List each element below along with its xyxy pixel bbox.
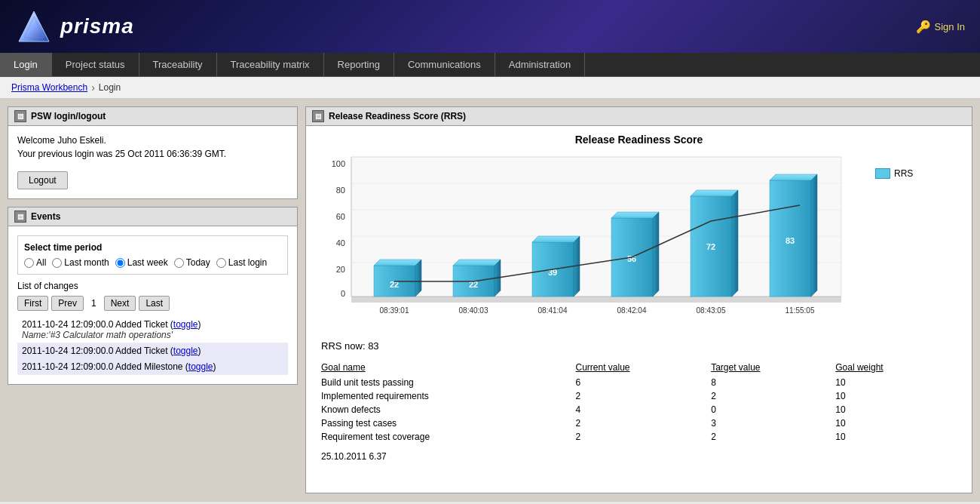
svg-text:08:39:01: 08:39:01 (380, 306, 409, 315)
svg-marker-22 (453, 260, 501, 266)
event-text-1: 2011-10-24 12:09:00.0 Added Ticket (togg… (22, 319, 201, 330)
login-panel-body: Welcome Juho Eskeli. Your previous login… (8, 126, 297, 198)
goal-name-3: Known defects (321, 403, 575, 416)
login-panel-header: ▤ PSW login/logout (8, 107, 297, 126)
radio-all[interactable]: All (24, 257, 46, 268)
rrs-panel: ▤ Release Readiness Score (RRS) Release … (305, 106, 972, 493)
svg-text:0: 0 (341, 289, 345, 298)
nav-item-reporting[interactable]: Reporting (324, 53, 394, 76)
svg-marker-38 (770, 174, 817, 180)
signin-label: Sign In (935, 21, 965, 32)
breadcrumb-separator: › (91, 81, 95, 94)
radio-input-last-month[interactable] (52, 258, 62, 268)
page-prev-button[interactable]: Prev (51, 296, 84, 311)
goal-row-5: Requirement test coverage 2 2 10 (321, 430, 957, 444)
goal-current-5: 2 (575, 430, 711, 444)
event-row-3: 2011-10-24 12:09:00.0 Added Milestone (t… (17, 359, 288, 375)
logout-button[interactable]: Logout (17, 171, 68, 189)
svg-marker-19 (415, 260, 421, 297)
goals-header-current: Current value (575, 361, 711, 376)
list-changes-label: List of changes (17, 281, 288, 291)
goal-target-5: 2 (711, 430, 835, 444)
goal-target-2: 2 (711, 389, 835, 403)
logo-icon (15, 8, 53, 45)
goal-weight-3: 10 (835, 403, 957, 416)
goal-target-1: 8 (711, 376, 835, 389)
goals-header-weight: Goal weight (835, 361, 957, 376)
nav-item-administration[interactable]: Administration (495, 53, 585, 76)
radio-today[interactable]: Today (174, 257, 210, 268)
header: prisma 🔑 Sign In (0, 0, 980, 53)
goal-name-5: Requirement test coverage (321, 430, 575, 444)
goal-current-3: 4 (575, 403, 711, 416)
goals-header-target: Target value (711, 361, 835, 376)
toggle-link-1[interactable]: toggle (173, 319, 198, 330)
time-period-title: Select time period (24, 242, 281, 253)
events-panel-title: Events (31, 211, 60, 222)
event-name-1: Name:'#3 Calculator math operations' (22, 330, 173, 340)
legend-label: RRS (894, 168, 913, 179)
svg-text:20: 20 (336, 265, 345, 274)
page-last-button[interactable]: Last (139, 296, 170, 311)
goal-name-1: Build unit tests passing (321, 376, 575, 389)
page-first-button[interactable]: First (17, 296, 48, 311)
navigation: Login Project status Traceability Tracea… (0, 53, 980, 77)
event-row-2: 2011-10-24 12:09:00.0 Added Ticket (togg… (17, 343, 288, 359)
goal-row-1: Build unit tests passing 6 8 10 (321, 376, 957, 389)
svg-marker-30 (611, 212, 659, 218)
nav-item-login[interactable]: Login (0, 53, 52, 76)
radio-input-last-login[interactable] (216, 258, 226, 268)
svg-text:08:41:04: 08:41:04 (538, 306, 568, 315)
radio-input-all[interactable] (24, 258, 34, 268)
goal-name-4: Passing test cases (321, 416, 575, 430)
svg-marker-26 (532, 236, 580, 242)
left-panel: ▤ PSW login/logout Welcome Juho Eskeli. … (8, 106, 298, 493)
toggle-link-3[interactable]: toggle (188, 361, 213, 372)
goal-current-4: 2 (575, 416, 711, 430)
event-row-1: 2011-10-24 12:09:00.0 Added Ticket (togg… (17, 317, 288, 343)
panel-icon-rrs: ▤ (312, 110, 324, 122)
nav-item-project-status[interactable]: Project status (52, 53, 139, 76)
page-next-button[interactable]: Next (104, 296, 136, 311)
panel-icon-login: ▤ (14, 110, 26, 122)
nav-item-communications[interactable]: Communications (394, 53, 495, 76)
radio-last-week[interactable]: Last week (115, 257, 168, 268)
breadcrumb-home[interactable]: Prisma Workbench (11, 82, 87, 93)
svg-text:80: 80 (336, 186, 345, 195)
svg-marker-31 (653, 212, 659, 297)
goal-weight-1: 10 (835, 376, 957, 389)
goal-target-4: 3 (711, 416, 835, 430)
goal-weight-2: 10 (835, 389, 957, 403)
svg-text:11:55:05: 11:55:05 (786, 306, 815, 315)
goal-row-3: Known defects 4 0 10 (321, 403, 957, 416)
panel-icon-events: ▤ (14, 211, 26, 223)
goal-name-2: Implemented requirements (321, 389, 575, 403)
svg-text:100: 100 (332, 159, 345, 168)
legend-color (875, 168, 890, 179)
toggle-link-2[interactable]: toggle (173, 346, 198, 356)
goal-current-2: 2 (575, 389, 711, 403)
svg-rect-8 (351, 157, 841, 297)
rrs-now: RRS now: 83 (321, 340, 957, 352)
login-panel-title: PSW login/logout (31, 111, 106, 121)
breadcrumb: Prisma Workbench › Login (0, 77, 980, 99)
signin-link[interactable]: 🔑 Sign In (916, 20, 965, 34)
svg-marker-18 (374, 260, 421, 266)
svg-text:40: 40 (336, 238, 345, 247)
welcome-line2: Your previous login was 25 Oct 2011 06:3… (17, 149, 288, 159)
radio-input-last-week[interactable] (115, 258, 125, 268)
welcome-line1: Welcome Juho Eskeli. (17, 135, 288, 146)
nav-item-traceability-matrix[interactable]: Traceability matrix (217, 53, 324, 76)
radio-input-today[interactable] (174, 258, 184, 268)
radio-last-login[interactable]: Last login (216, 257, 267, 268)
goal-current-1: 6 (575, 376, 711, 389)
svg-text:08:42:04: 08:42:04 (617, 306, 647, 315)
bar-chart: 100 80 60 40 20 0 (321, 153, 864, 319)
nav-item-traceability[interactable]: Traceability (139, 53, 217, 76)
breadcrumb-current: Login (99, 82, 121, 93)
goals-table: Goal name Current value Target value Goa… (321, 361, 957, 444)
rrs-panel-header: ▤ Release Readiness Score (RRS) (306, 107, 972, 126)
radio-last-month[interactable]: Last month (52, 257, 109, 268)
event-text-3: 2011-10-24 12:09:00.0 Added Milestone (t… (22, 361, 216, 372)
svg-marker-34 (691, 190, 738, 196)
